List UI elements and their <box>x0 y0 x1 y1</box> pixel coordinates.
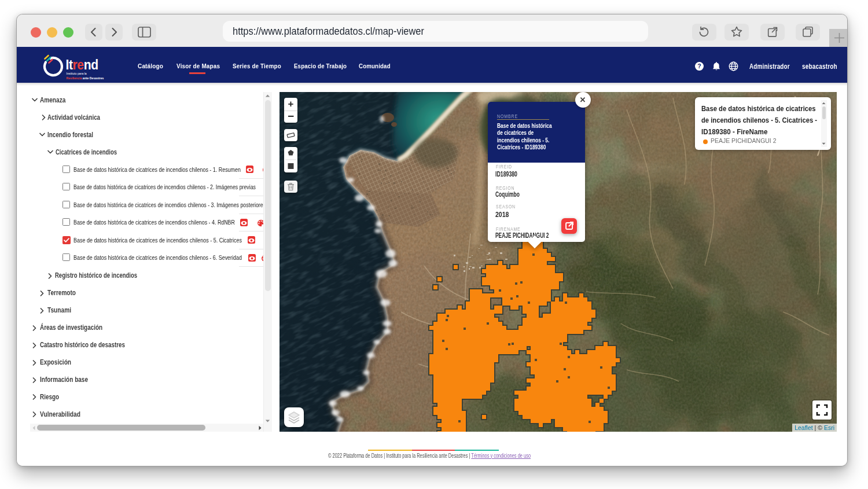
svg-text:Instituto para la: Instituto para la <box>67 72 87 75</box>
svg-text:?: ? <box>697 62 701 69</box>
svg-text:Itrend: Itrend <box>66 57 98 72</box>
svg-text:Resiliencia ante Desastres: Resiliencia ante Desastres <box>67 76 104 80</box>
